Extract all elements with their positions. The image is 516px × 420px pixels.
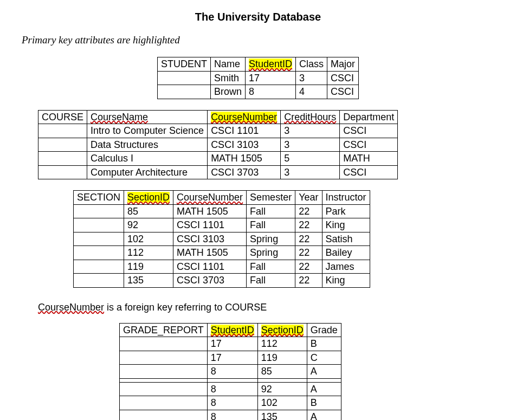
table-cell: 85 <box>124 204 173 218</box>
table-row: 112MATH 1505Spring22Bailey <box>74 246 370 260</box>
foreign-key-note: CourseNumber is a foreign key referring … <box>22 302 494 313</box>
table-cell: Brown <box>210 85 245 99</box>
column-header: Major <box>327 57 359 72</box>
table-cell: 5 <box>281 152 340 166</box>
column-header: Year <box>295 191 322 205</box>
table-name-blank <box>157 71 210 85</box>
fk-note-rest: is a foreign key referring to COURSE <box>104 302 267 313</box>
table-name-blank <box>120 337 208 351</box>
table-row: 8135A <box>120 410 341 420</box>
table-cell: Data Structures <box>87 138 208 152</box>
column-header: StudentID <box>207 323 257 337</box>
student-table: STUDENTNameStudentIDClassMajorSmith173CS… <box>157 57 359 99</box>
table-row: 885A <box>120 365 341 379</box>
table-cell: Smith <box>210 71 245 85</box>
table-cell: 8 <box>207 396 257 410</box>
table-name-blank <box>120 410 208 420</box>
table-name-blank <box>74 218 124 232</box>
table-cell: 3 <box>281 165 340 179</box>
table-row: 102CSCI 3103Spring22Satish <box>74 232 370 246</box>
table-cell: A <box>307 410 341 420</box>
table-cell: 3 <box>281 124 340 138</box>
table-name-blank <box>120 351 208 365</box>
table-cell: King <box>322 274 370 288</box>
column-header: CreditHours <box>281 110 340 124</box>
table-row: 892A <box>120 382 341 396</box>
table-name-blank <box>74 204 124 218</box>
table-cell: CSCI 3703 <box>208 165 281 179</box>
table-cell: 22 <box>295 232 322 246</box>
table-row: Intro to Computer ScienceCSCI 11013CSCI <box>38 124 398 138</box>
table-cell: Computer Architecture <box>87 165 208 179</box>
column-header: StudentID <box>245 57 295 72</box>
table-cell: 8 <box>207 382 257 396</box>
table-name-blank <box>120 365 208 379</box>
page-title: The University Database <box>22 11 494 23</box>
table-cell: MATH 1505 <box>208 152 281 166</box>
table-cell: 92 <box>124 218 173 232</box>
table-cell: 3 <box>281 138 340 152</box>
table-name-blank <box>74 246 124 260</box>
table-row: 135CSCI 3703Fall22King <box>74 274 370 288</box>
table-row: Smith173CSCI <box>157 71 358 85</box>
column-header: CourseName <box>87 110 208 124</box>
table-cell: MATH <box>340 152 398 166</box>
table-cell: 119 <box>124 260 173 274</box>
table-cell: King <box>322 218 370 232</box>
table-name-blank <box>38 152 87 166</box>
table-cell: Park <box>322 204 370 218</box>
table-cell: CSCI 3703 <box>173 274 247 288</box>
column-header: Instructor <box>322 191 370 205</box>
table-cell: 8 <box>207 410 257 420</box>
course-table: COURSECourseNameCourseNumberCreditHoursD… <box>38 110 398 180</box>
table-row: 92CSCI 1101Fall22King <box>74 218 370 232</box>
table-cell: B <box>307 337 341 351</box>
table-cell: CSCI <box>340 124 398 138</box>
table-cell: 17 <box>245 71 295 85</box>
section-table: SECTIONSectionIDCourseNumberSemesterYear… <box>73 190 370 288</box>
table-cell: 22 <box>295 260 322 274</box>
table-cell: 102 <box>257 396 307 410</box>
table-row: 119CSCI 1101Fall22James <box>74 260 370 274</box>
column-header: SectionID <box>124 191 173 205</box>
column-header: Name <box>210 57 245 72</box>
table-name-blank <box>38 138 87 152</box>
table-row: 17119C <box>120 351 341 365</box>
column-header: SectionID <box>257 323 307 337</box>
table-cell: 112 <box>124 246 173 260</box>
table-name-blank <box>74 232 124 246</box>
column-header: CourseNumber <box>208 110 281 124</box>
column-header: CourseNumber <box>173 191 247 205</box>
table-cell: Fall <box>247 274 295 288</box>
table-cell: Spring <box>247 232 295 246</box>
table-name-blank <box>74 274 124 288</box>
table-cell: B <box>307 396 341 410</box>
table-cell: 22 <box>295 218 322 232</box>
table-name: STUDENT <box>157 57 210 72</box>
subtitle: Primary key attributes are highlighted <box>22 34 494 46</box>
column-header: Grade <box>307 323 341 337</box>
table-cell: CSCI 1101 <box>208 124 281 138</box>
table-cell: CSCI <box>340 138 398 152</box>
table-cell: CSCI <box>327 71 359 85</box>
table-row: Calculus IMATH 15055MATH <box>38 152 398 166</box>
table-cell: C <box>307 351 341 365</box>
table-cell: 112 <box>257 337 307 351</box>
table-cell: 8 <box>245 85 295 99</box>
table-cell: 135 <box>124 274 173 288</box>
table-cell: 92 <box>257 382 307 396</box>
table-name-blank <box>74 260 124 274</box>
table-cell: MATH 1505 <box>173 246 247 260</box>
table-cell: 119 <box>257 351 307 365</box>
table-name: GRADE_REPORT <box>120 323 208 337</box>
table-cell: CSCI <box>327 85 359 99</box>
table-cell: Satish <box>322 232 370 246</box>
table-name-blank <box>157 85 210 99</box>
table-cell: CSCI 1101 <box>173 218 247 232</box>
table-cell: Fall <box>247 218 295 232</box>
table-name-blank <box>120 382 208 396</box>
table-gap <box>120 378 341 382</box>
table-cell: Fall <box>247 204 295 218</box>
table-cell: 22 <box>295 246 322 260</box>
table-cell: Fall <box>247 260 295 274</box>
